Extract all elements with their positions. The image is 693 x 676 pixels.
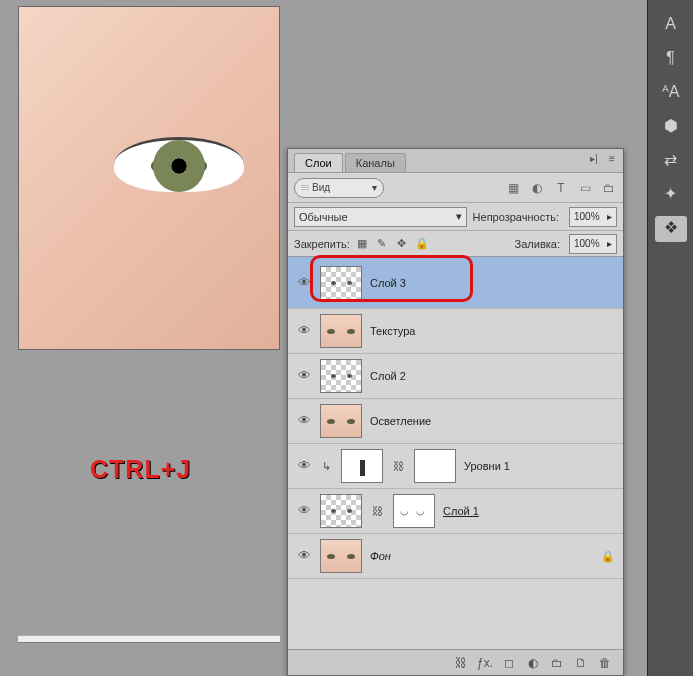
layers-list: 👁Слой 3👁Текстура👁Слой 2👁Осветление👁↳⛓Уро… [288,257,623,649]
visibility-eye-icon[interactable]: 👁 [296,323,312,339]
blend-mode-value: Обычные [299,211,348,223]
layer-row[interactable]: 👁Слой 2 [288,354,623,399]
layer-name-label[interactable]: Слой 3 [370,277,406,289]
type-icon[interactable]: A [657,12,685,38]
visibility-eye-icon[interactable]: 👁 [296,413,312,429]
swap-icon[interactable]: ⇄ [657,148,685,174]
opacity-value: 100% [574,211,600,222]
mask-thumbnail[interactable] [393,494,435,528]
fill-value: 100% [574,238,600,249]
layer-row[interactable]: 👁Осветление [288,399,623,444]
panel-dock: A¶ᴬA⬢⇄✦❖ [647,0,693,676]
fill-label: Заливка: [515,238,560,250]
visibility-eye-icon[interactable]: 👁 [296,503,312,519]
mask-thumbnail[interactable] [414,449,456,483]
adjustment-indent-icon: ↳ [322,460,331,473]
trash-icon[interactable]: 🗑 [597,655,613,671]
fx-icon[interactable]: ƒx. [477,655,493,671]
lock-icon: 🔒 [601,550,615,563]
tab-layers[interactable]: Слои [294,153,343,172]
layers-panel: Слои Каналы ▸| ≡ 𝄘 Вид ▾ ▦◐T▭🗀 Обычные ▾… [287,148,624,676]
layer-thumbnail[interactable] [320,266,362,300]
smart-filter-icon[interactable]: 🗀 [601,180,617,196]
layer-thumbnail[interactable] [320,404,362,438]
char-style-icon[interactable]: ᴬA [657,80,685,106]
adjust-icon[interactable]: ◐ [525,655,541,671]
opacity-label: Непрозрачность: [473,211,559,223]
paragraph-icon[interactable]: ¶ [657,46,685,72]
layer-name-label[interactable]: Текстура [370,325,415,337]
collapse-icon[interactable]: ▸| [587,153,601,167]
caret-icon: ▸ [607,211,612,222]
layer-thumbnail[interactable] [320,314,362,348]
panel-footer: ⛓ƒx.◻◐🗀🗋🗑 [288,649,623,675]
mask-icon[interactable]: ◻ [501,655,517,671]
layer-thumbnail[interactable] [320,539,362,573]
wand-icon[interactable]: ✦ [657,182,685,208]
canvas-edge [18,635,280,643]
panel-menu-icon[interactable]: ≡ [605,153,619,167]
visibility-eye-icon[interactable]: 👁 [296,458,312,474]
caret-icon: ▸ [607,238,612,249]
group-icon[interactable]: 🗀 [549,655,565,671]
visibility-eye-icon[interactable]: 👁 [296,275,312,291]
chevron-down-icon: ▾ [372,182,377,193]
lock-trans-icon[interactable]: ▦ [355,237,369,251]
opacity-input[interactable]: 100% ▸ [569,207,617,227]
layer-row[interactable]: 👁Фон🔒 [288,534,623,579]
layer-row[interactable]: 👁Слой 3 [288,257,623,309]
lock-move-icon[interactable]: ✥ [395,237,409,251]
new-icon[interactable]: 🗋 [573,655,589,671]
eye-graphic [114,137,244,192]
layers-icon[interactable]: ❖ [655,216,687,242]
layer-row[interactable]: 👁Текстура [288,309,623,354]
search-icon: 𝄘 [301,182,309,194]
canvas-image[interactable] [18,6,280,350]
blend-mode-select[interactable]: Обычные ▾ [294,207,467,227]
panel-tabs: Слои Каналы ▸| ≡ [288,149,623,173]
type-filter-icon[interactable]: T [553,180,569,196]
cube-icon[interactable]: ⬢ [657,114,685,140]
layer-name-label[interactable]: Слой 1 [443,505,479,517]
layer-row[interactable]: 👁↳⛓Уровни 1 [288,444,623,489]
lock-row: Закрепить: ▦✎✥🔒 Заливка: 100% ▸ [288,231,623,257]
shortcut-annotation: CTRL+J [90,455,191,484]
layer-name-label[interactable]: Слой 2 [370,370,406,382]
layer-thumbnail[interactable] [320,494,362,528]
fill-input[interactable]: 100% ▸ [569,234,617,254]
layer-name-label[interactable]: Фон [370,550,391,562]
lock-all-icon[interactable]: 🔒 [415,237,429,251]
chevron-down-icon: ▾ [456,210,462,223]
layer-row[interactable]: 👁⛓Слой 1 [288,489,623,534]
filter-kind-label: Вид [312,182,330,193]
blend-row: Обычные ▾ Непрозрачность: 100% ▸ [288,203,623,231]
link-icon[interactable]: ⛓ [393,460,404,472]
visibility-eye-icon[interactable]: 👁 [296,368,312,384]
layer-thumbnail[interactable] [320,359,362,393]
canvas-area: CTRL+J [0,0,283,676]
link-icon[interactable]: ⛓ [372,505,383,517]
filter-row: 𝄘 Вид ▾ ▦◐T▭🗀 [288,173,623,203]
layer-name-label[interactable]: Уровни 1 [464,460,510,472]
layer-name-label[interactable]: Осветление [370,415,431,427]
visibility-eye-icon[interactable]: 👁 [296,548,312,564]
shape-filter-icon[interactable]: ▭ [577,180,593,196]
pixel-filter-icon[interactable]: ▦ [505,180,521,196]
adjust-filter-icon[interactable]: ◐ [529,180,545,196]
lock-brush-icon[interactable]: ✎ [375,237,389,251]
layer-thumbnail[interactable] [341,449,383,483]
link-icon[interactable]: ⛓ [453,655,469,671]
filter-kind-select[interactable]: 𝄘 Вид ▾ [294,178,384,198]
lock-label: Закрепить: [294,238,350,250]
tab-channels[interactable]: Каналы [345,153,406,172]
